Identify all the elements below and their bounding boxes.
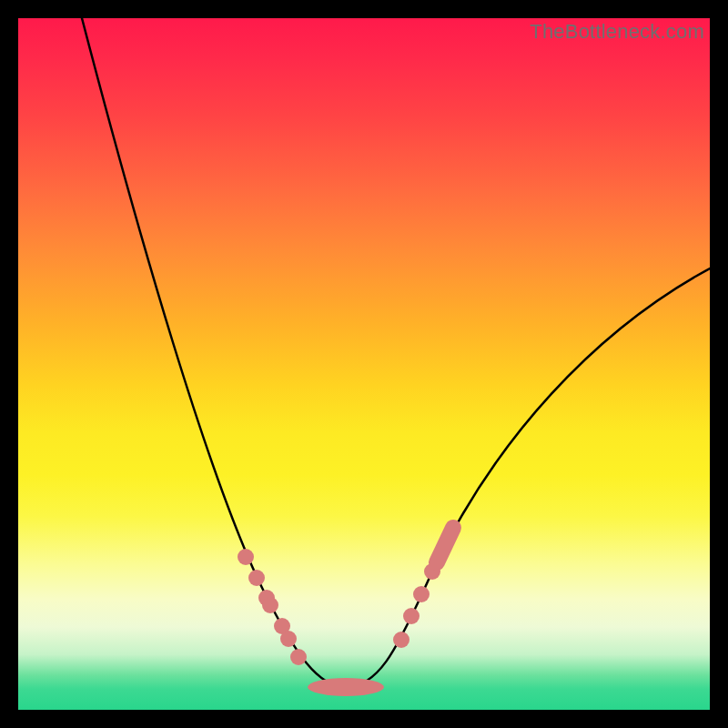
- curve-dot: [413, 586, 430, 602]
- chart-frame: TheBottleneck.com: [18, 18, 710, 710]
- curve-pill: [308, 678, 384, 696]
- curve-dot: [403, 608, 420, 624]
- bottleneck-curve: [82, 18, 710, 687]
- curve-pill: [437, 528, 453, 562]
- curve-dot: [248, 570, 265, 586]
- curve-dot: [238, 549, 254, 565]
- curve-markers: [238, 528, 453, 696]
- curve-dot: [393, 632, 410, 648]
- curve-dot: [262, 597, 278, 613]
- curve-dot: [290, 649, 307, 665]
- curve-dot: [280, 631, 297, 647]
- chart-svg: [18, 18, 710, 710]
